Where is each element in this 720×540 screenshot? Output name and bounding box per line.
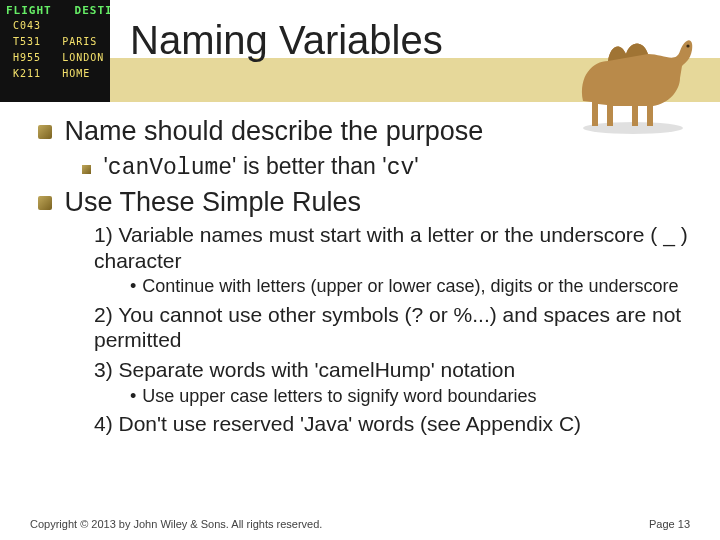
- rule-subitem: •Use upper case letters to signify word …: [130, 386, 690, 408]
- bullet-lvl2: 'canVolume' is better than 'cv': [82, 153, 690, 181]
- disc-bullet-icon: •: [130, 386, 136, 406]
- svg-point-1: [686, 44, 689, 47]
- copyright-text: Copyright © 2013 by John Wiley & Sons. A…: [30, 518, 322, 530]
- page-title: Naming Variables: [130, 18, 443, 63]
- rule-subtext: Use upper case letters to signify word b…: [142, 386, 536, 406]
- code-text: canVolume: [108, 155, 232, 181]
- board-row: K211 HOME: [6, 68, 90, 79]
- bullet-text: Use These Simple Rules: [64, 187, 361, 217]
- flight-board-art: FLIGHT DESTINA C043 T531 PARIS H955 LOND…: [0, 0, 110, 102]
- rule-item: 4) Don't use reserved 'Java' words (see …: [94, 411, 690, 437]
- camel-image: [568, 6, 698, 136]
- rule-item: 3) Separate words with 'camelHump' notat…: [94, 357, 690, 383]
- board-row: C043: [6, 20, 62, 31]
- code-text: cv: [387, 155, 415, 181]
- rule-item: 1) Variable names must start with a lett…: [94, 222, 690, 273]
- square-bullet-icon: [82, 165, 91, 174]
- board-header: FLIGHT DESTINA: [6, 4, 110, 17]
- square-bullet-icon: [38, 196, 52, 210]
- board-row: H955 LONDON: [6, 52, 104, 63]
- text: ': [414, 153, 418, 179]
- rule-item: 2) You cannot use other symbols (? or %.…: [94, 302, 690, 353]
- disc-bullet-icon: •: [130, 276, 136, 296]
- content: Name should describe the purpose 'canVol…: [38, 110, 690, 439]
- page-number: Page 13: [649, 518, 690, 530]
- bullet-lvl1: Use These Simple Rules: [38, 187, 690, 218]
- square-bullet-icon: [38, 125, 52, 139]
- text: ' is better than ': [232, 153, 387, 179]
- board-row: T531 PARIS: [6, 36, 97, 47]
- bullet-text: Name should describe the purpose: [64, 116, 483, 146]
- rule-subtext: Continue with letters (upper or lower ca…: [142, 276, 678, 296]
- bullet-text: 'canVolume' is better than 'cv': [103, 153, 418, 179]
- rule-subitem: •Continue with letters (upper or lower c…: [130, 276, 690, 298]
- slide: FLIGHT DESTINA C043 T531 PARIS H955 LOND…: [0, 0, 720, 540]
- footer: Copyright © 2013 by John Wiley & Sons. A…: [30, 518, 690, 530]
